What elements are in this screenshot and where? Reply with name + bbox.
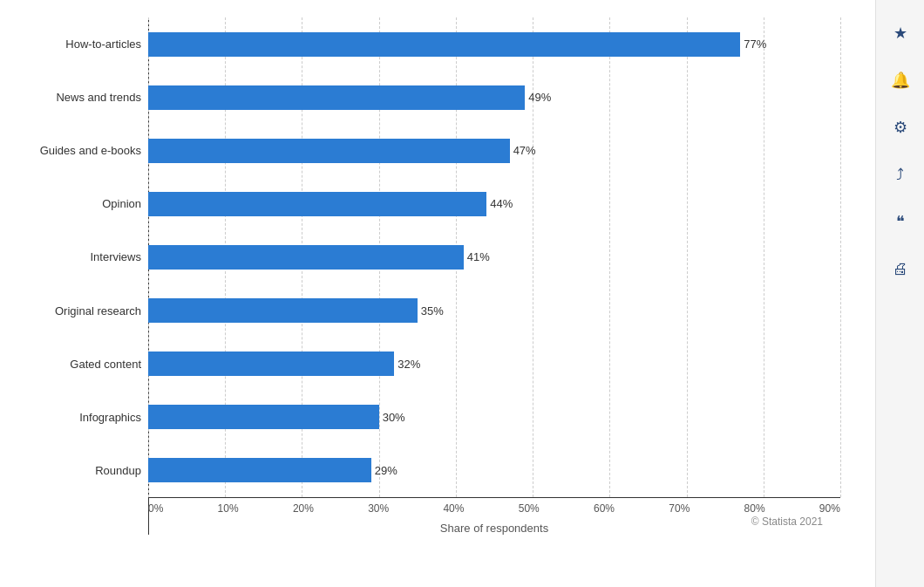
- chart-wrapper: How-to-articles77%News and trends49%Guid…: [9, 17, 866, 535]
- bar-fill: 32%: [148, 352, 394, 376]
- bar-track: 35%: [148, 298, 840, 323]
- bar-value: 44%: [490, 197, 513, 210]
- x-axis-tick: 90%: [819, 502, 840, 515]
- bar-value: 35%: [421, 304, 444, 317]
- x-axis-tick: 60%: [594, 502, 615, 515]
- chart-area: How-to-articles77%News and trends49%Guid…: [0, 0, 875, 587]
- x-axis-tick: 50%: [519, 502, 540, 515]
- share-icon[interactable]: ⤴: [885, 159, 916, 190]
- bar-label: Original research: [6, 304, 141, 317]
- bar-label: Interviews: [6, 250, 141, 263]
- bar-fill: 44%: [148, 192, 486, 216]
- bar-value: 41%: [467, 250, 490, 263]
- x-axis-tick: 70%: [669, 502, 690, 515]
- bar-track: 29%: [148, 458, 840, 482]
- bar-row: Infographics30%: [148, 401, 840, 433]
- bar-track: 32%: [148, 352, 840, 376]
- bar-track: 30%: [148, 405, 840, 429]
- bar-value: 49%: [528, 91, 551, 104]
- bar-label: Guides and e-books: [6, 144, 141, 157]
- bar-fill: 77%: [148, 32, 740, 57]
- star-icon[interactable]: ★: [885, 17, 916, 49]
- bar-value: 32%: [397, 358, 420, 371]
- bar-label: News and trends: [6, 91, 141, 104]
- print-icon[interactable]: 🖨: [885, 253, 916, 284]
- bell-icon[interactable]: 🔔: [885, 65, 916, 96]
- bar-value: 77%: [744, 38, 766, 51]
- bar-row: Roundup29%: [148, 454, 840, 486]
- bar-label: Gated content: [6, 358, 141, 371]
- bar-row: Opinion44%: [148, 188, 840, 220]
- bar-label: How-to-articles: [6, 38, 141, 51]
- bar-track: 47%: [148, 139, 840, 163]
- bar-fill: 30%: [148, 405, 379, 429]
- x-axis-tick: 10%: [218, 502, 239, 515]
- bar-row: Guides and e-books47%: [148, 135, 840, 167]
- bar-track: 44%: [148, 192, 840, 216]
- bars-container: How-to-articles77%News and trends49%Guid…: [148, 17, 840, 497]
- bar-row: How-to-articles77%: [148, 29, 840, 60]
- bar-fill: 49%: [148, 85, 525, 110]
- bar-fill: 47%: [148, 139, 510, 163]
- x-axis: 0%10%20%30%40%50%60%70%80%90%: [148, 497, 840, 515]
- x-axis-tick: 20%: [293, 502, 314, 515]
- grid-line: [840, 17, 841, 497]
- bar-value: 30%: [383, 411, 405, 424]
- x-axis-tick: 30%: [368, 502, 389, 515]
- bar-row: News and trends49%: [148, 82, 840, 113]
- x-axis-tick: 0%: [148, 502, 163, 515]
- bar-value: 47%: [513, 144, 536, 157]
- sidebar: ★🔔⚙⤴❝🖨: [875, 0, 924, 587]
- bar-row: Original research35%: [148, 295, 840, 326]
- bar-value: 29%: [375, 464, 397, 477]
- bar-fill: 29%: [148, 458, 371, 482]
- x-axis-tick: 80%: [744, 502, 765, 515]
- bar-label: Opinion: [6, 197, 141, 210]
- quote-icon[interactable]: ❝: [885, 206, 916, 237]
- bar-label: Infographics: [6, 411, 141, 424]
- bar-track: 77%: [148, 32, 840, 57]
- gear-icon[interactable]: ⚙: [885, 112, 916, 143]
- bar-track: 41%: [148, 245, 840, 270]
- x-axis-tick: 40%: [443, 502, 464, 515]
- copyright: © Statista 2021: [751, 515, 823, 528]
- x-axis-label: Share of respondents: [148, 522, 840, 535]
- bar-label: Roundup: [6, 464, 141, 477]
- bar-row: Gated content32%: [148, 348, 840, 379]
- bar-track: 49%: [148, 85, 840, 110]
- bar-fill: 41%: [148, 245, 464, 270]
- bar-row: Interviews41%: [148, 242, 840, 273]
- bar-fill: 35%: [148, 298, 418, 323]
